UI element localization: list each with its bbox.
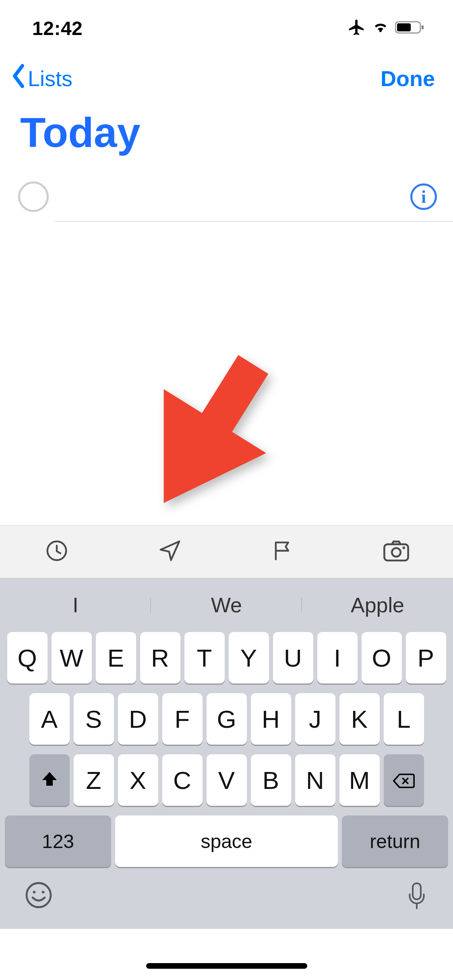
key-k[interactable]: K — [339, 693, 380, 745]
key-i[interactable]: I — [317, 632, 358, 684]
clock-icon — [44, 538, 69, 565]
schedule-button[interactable] — [21, 525, 93, 578]
key-row-1: Q W E R T Y U I O P — [4, 632, 449, 684]
key-s[interactable]: S — [74, 693, 114, 745]
key-y[interactable]: Y — [229, 632, 269, 684]
airplane-mode-icon — [348, 18, 366, 38]
key-o[interactable]: O — [362, 632, 402, 684]
key-c[interactable]: C — [162, 754, 203, 806]
suggestion-3[interactable]: Apple — [302, 593, 453, 617]
svg-point-13 — [42, 891, 45, 894]
key-r[interactable]: R — [140, 632, 180, 684]
location-button[interactable] — [134, 525, 206, 578]
key-u[interactable]: U — [273, 632, 313, 684]
edit-toolbar — [0, 525, 453, 578]
key-h[interactable]: H — [251, 693, 291, 745]
backspace-icon — [393, 766, 415, 795]
backspace-key[interactable] — [384, 754, 424, 806]
suggestion-bar: I We Apple — [0, 578, 453, 632]
svg-rect-14 — [413, 883, 421, 900]
svg-rect-1 — [397, 23, 411, 31]
camera-button[interactable] — [360, 525, 432, 578]
flag-button[interactable] — [247, 525, 319, 578]
chevron-left-icon — [10, 63, 27, 94]
suggestion-2[interactable]: We — [151, 593, 302, 617]
status-time: 12:42 — [32, 17, 83, 39]
svg-point-12 — [33, 891, 36, 894]
svg-point-7 — [392, 548, 401, 557]
key-q[interactable]: Q — [7, 632, 48, 684]
key-g[interactable]: G — [207, 693, 247, 745]
key-row-2: A S D F G H J K L — [4, 693, 449, 745]
key-p[interactable]: P — [406, 632, 446, 684]
key-e[interactable]: E — [96, 632, 136, 684]
svg-rect-6 — [385, 544, 408, 560]
key-w[interactable]: W — [52, 632, 92, 684]
battery-icon — [395, 21, 425, 36]
page-title: Today — [0, 101, 453, 173]
back-button[interactable]: Lists — [10, 63, 72, 94]
shift-key[interactable] — [29, 754, 70, 806]
wifi-icon — [372, 19, 389, 38]
svg-rect-2 — [422, 25, 424, 29]
flag-icon — [271, 538, 296, 565]
suggestion-1[interactable]: I — [0, 593, 151, 617]
key-m[interactable]: M — [339, 754, 380, 806]
keyboard-bottom-bar — [0, 877, 453, 925]
row-divider — [55, 221, 453, 222]
svg-marker-4 — [121, 389, 266, 531]
key-row-3: Z X C V B N M — [4, 754, 449, 806]
key-f[interactable]: F — [162, 693, 203, 745]
back-label: Lists — [28, 66, 72, 91]
navigation-bar: Lists Done — [0, 56, 453, 101]
numbers-key[interactable]: 123 — [5, 815, 111, 867]
return-key[interactable]: return — [342, 815, 448, 867]
svg-point-11 — [27, 883, 51, 907]
key-d[interactable]: D — [118, 693, 158, 745]
dictation-button[interactable] — [405, 881, 429, 914]
location-arrow-icon — [157, 538, 182, 565]
key-l[interactable]: L — [384, 693, 424, 745]
status-icons — [348, 18, 425, 38]
svg-point-8 — [403, 548, 404, 548]
reminder-row: i — [0, 173, 453, 221]
annotation-arrow — [121, 342, 290, 533]
key-j[interactable]: J — [295, 693, 335, 745]
key-z[interactable]: Z — [74, 754, 114, 806]
key-b[interactable]: B — [251, 754, 291, 806]
info-icon: i — [421, 187, 426, 207]
key-v[interactable]: V — [207, 754, 247, 806]
shift-icon — [40, 766, 59, 795]
emoji-button[interactable] — [24, 881, 53, 911]
key-x[interactable]: X — [118, 754, 158, 806]
status-bar: 12:42 — [0, 0, 453, 56]
done-button[interactable]: Done — [381, 66, 435, 91]
svg-rect-3 — [199, 355, 269, 437]
key-t[interactable]: T — [184, 632, 225, 684]
complete-toggle[interactable] — [18, 181, 49, 212]
key-row-4: 123 space return — [4, 815, 449, 867]
camera-icon — [382, 538, 410, 565]
key-n[interactable]: N — [295, 754, 335, 806]
details-button[interactable]: i — [410, 183, 437, 210]
home-indicator[interactable] — [146, 963, 307, 969]
reminder-title-input[interactable] — [59, 173, 400, 221]
keyboard: I We Apple Q W E R T Y U I O P A S D F G… — [0, 578, 453, 929]
space-key[interactable]: space — [115, 815, 338, 867]
key-a[interactable]: A — [29, 693, 70, 745]
